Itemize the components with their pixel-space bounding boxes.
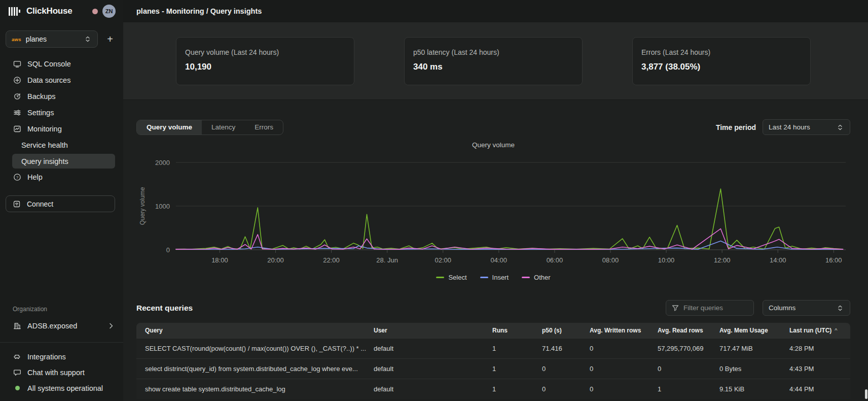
footer-item-label: Chat with support (27, 369, 85, 377)
sidebar-item-integrations[interactable]: Integrations (0, 349, 123, 364)
columns-select[interactable]: Columns (763, 300, 850, 316)
stat-card-query-volume: Query volume (Last 24 hours)10,190 (176, 37, 354, 85)
stat-value: 340 ms (413, 62, 573, 72)
sidebar-item-help[interactable]: ?Help (0, 169, 123, 185)
column-header-query[interactable]: Query (136, 327, 374, 334)
clickhouse-logo-icon (9, 7, 20, 16)
sidebar-item-label: SQL Console (27, 60, 71, 68)
sidebar-item-label: Monitoring (27, 125, 62, 133)
table-body: SELECT CAST(round(pow(count() / max(coun… (136, 338, 850, 399)
svg-text:08:00: 08:00 (602, 256, 619, 264)
sidebar-item-chat-with-support[interactable]: Chat with support (0, 364, 123, 380)
connect-button[interactable]: Connect (6, 195, 115, 212)
svg-text:20:00: 20:00 (267, 256, 284, 264)
monitoring-icon (13, 125, 21, 133)
backups-icon (13, 92, 21, 101)
tab-latency[interactable]: Latency (202, 120, 245, 135)
filter-queries-input[interactable] (683, 304, 739, 312)
cell-p50-s: 71.416 (542, 345, 590, 352)
content: Query volumeLatencyErrors Time period La… (123, 100, 868, 401)
time-period-label: Time period (716, 123, 756, 131)
svg-text:16:00: 16:00 (825, 256, 842, 264)
integrations-icon (13, 353, 21, 361)
time-period-select[interactable]: Last 24 hours (763, 119, 850, 135)
cell-last-run-utc: 4:44 PM (789, 385, 850, 393)
legend-swatch (480, 277, 488, 278)
sidebar-item-monitoring[interactable]: Monitoring (0, 121, 123, 137)
sidebar-item-sql-console[interactable]: SQL Console (0, 56, 123, 72)
svg-text:?: ? (16, 175, 19, 180)
legend-item-insert[interactable]: Insert (480, 274, 509, 281)
legend-item-other[interactable]: Other (522, 274, 551, 281)
sidebar-item-label: Settings (27, 109, 54, 117)
svg-text:Query volume: Query volume (139, 187, 146, 225)
time-period-value: Last 24 hours (769, 123, 810, 131)
sidebar-item-organization[interactable]: ADSB.exposed (0, 318, 123, 334)
status-dot-icon (15, 386, 20, 390)
sidebar-item-label: Backups (27, 92, 56, 101)
scrollbar-thumb[interactable] (865, 389, 867, 399)
cell-runs: 1 (492, 365, 542, 373)
sidebar-item-backups[interactable]: Backups (0, 88, 123, 105)
column-header-avg-mem-usage[interactable]: Avg. Mem Usage (719, 327, 789, 334)
column-header-runs[interactable]: Runs (492, 327, 542, 334)
table-header-row: QueryUserRunsp50 (s)Avg. Written rowsAvg… (136, 323, 850, 338)
cell-last-run-utc: 4:28 PM (789, 345, 850, 352)
cell-query: SELECT CAST(round(pow(count() / max(coun… (136, 345, 374, 352)
cell-avg-written-rows: 0 (590, 385, 658, 393)
tab-query-volume[interactable]: Query volume (137, 120, 202, 135)
sidebar-item-settings[interactable]: Settings (0, 105, 123, 121)
column-header-user[interactable]: User (374, 327, 492, 334)
brand-name: ClickHouse (26, 6, 73, 16)
table-row[interactable]: SELECT CAST(round(pow(count() / max(coun… (136, 338, 850, 358)
column-header-avg-written-rows[interactable]: Avg. Written rows (590, 327, 658, 334)
stat-card-errors: Errors (Last 24 hours)3,877 (38.05%) (632, 37, 811, 85)
connect-label: Connect (27, 200, 53, 208)
aws-icon: aws (12, 37, 21, 42)
sidebar-item-all-systems-operational[interactable]: All systems operational (0, 380, 123, 396)
sidebar-item-label: Service health (21, 141, 68, 149)
chevron-up-down-icon (836, 304, 844, 312)
legend-item-select[interactable]: Select (436, 274, 466, 281)
sidebar-item-label: Query insights (21, 157, 68, 165)
cell-runs: 1 (492, 345, 542, 352)
stat-card-p50-latency: p50 latency (Last 24 hours)340 ms (404, 37, 583, 85)
stat-value: 3,877 (38.05%) (641, 62, 802, 72)
table-row[interactable]: show create table system.distributed_cac… (136, 379, 850, 399)
cell-user: default (374, 385, 492, 393)
notification-dot-icon[interactable] (92, 9, 98, 14)
svg-text:28. Jun: 28. Jun (376, 256, 398, 264)
sort-ascending-icon: ^ (835, 327, 837, 333)
sidebar-item-service-health[interactable]: Service health (0, 137, 123, 153)
tab-errors[interactable]: Errors (245, 120, 283, 135)
user-avatar[interactable]: ZN (102, 5, 116, 18)
service-selector[interactable]: aws planes (6, 30, 98, 48)
funnel-icon (671, 304, 679, 312)
series-select (176, 189, 843, 249)
chart-controls: Query volumeLatencyErrors Time period La… (136, 119, 850, 135)
cell-p50-s: 0 (542, 385, 590, 393)
stat-value: 10,190 (185, 62, 345, 72)
breadcrumb-title: planes - Monitoring / Query insights (136, 7, 262, 15)
cell-avg-read-rows: 0 (658, 365, 719, 373)
cell-p50-s: 0 (542, 365, 590, 373)
column-header-last-run-utc[interactable]: Last run (UTC)^ (789, 327, 850, 334)
cell-avg-mem-usage: 9.15 KiB (719, 385, 789, 393)
svg-text:14:00: 14:00 (770, 256, 786, 264)
sidebar-item-query-insights[interactable]: Query insights (12, 154, 115, 169)
settings-icon (13, 109, 21, 117)
legend-label: Select (448, 274, 466, 281)
sidebar: ClickHouse ZN aws planes + SQL ConsoleDa… (0, 0, 123, 401)
svg-text:1000: 1000 (155, 203, 170, 210)
cell-avg-read-rows: 57,295,770,069 (658, 345, 719, 352)
svg-text:22:00: 22:00 (323, 256, 340, 264)
column-header-avg-read-rows[interactable]: Avg. Read rows (658, 327, 719, 334)
add-service-button[interactable]: + (104, 33, 116, 45)
cell-avg-mem-usage: 0 Bytes (719, 365, 789, 373)
chart-legend: SelectInsertOther (136, 274, 850, 281)
connect-icon (13, 200, 21, 208)
table-row[interactable]: select distrinct(query_id) from system.d… (136, 358, 850, 379)
column-header-p50-s[interactable]: p50 (s) (542, 327, 590, 334)
sidebar-item-data-sources[interactable]: Data sources (0, 72, 123, 88)
svg-text:04:00: 04:00 (491, 256, 508, 264)
